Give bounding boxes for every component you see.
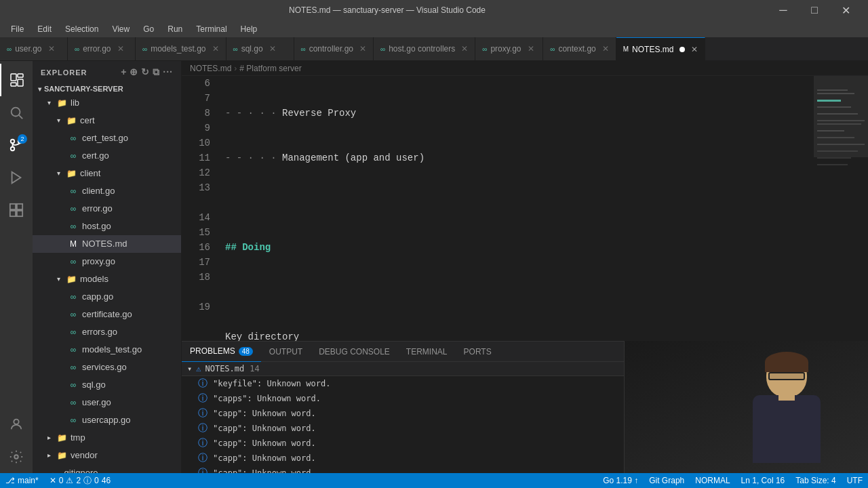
tab-error-go[interactable]: ∞ error.go ✕ (68, 37, 136, 60)
sidebar-item-tmp[interactable]: ▸ 📁 tmp (33, 429, 181, 447)
go-file-icon: ∞ (550, 45, 555, 53)
tab-close-icon[interactable]: ✕ (602, 44, 609, 54)
tab-close-icon[interactable]: ✕ (528, 44, 534, 54)
minimize-button[interactable]: ─ (768, 0, 799, 20)
code-content[interactable]: - - · · · Reverse Proxy - - · · · Manage… (217, 76, 814, 341)
search-icon[interactable] (0, 96, 33, 129)
svg-point-6 (11, 140, 15, 144)
more-actions-icon[interactable]: ··· (163, 66, 173, 78)
close-button[interactable]: ✕ (830, 0, 861, 20)
sidebar-item-gitignore[interactable]: · .gitignore (33, 464, 181, 473)
menu-view[interactable]: View (106, 23, 135, 35)
sidebar-root-label: SANCTUARY-SERVER (44, 85, 123, 93)
tab-controller-go[interactable]: ∞ controller.go ✕ (294, 37, 374, 60)
sidebar-item-certificate-go[interactable]: ∞ certificate.go (33, 306, 181, 323)
sidebar-item-cert-test-go[interactable]: ∞ cert_test.go (33, 129, 181, 147)
sidebar-item-sql-go[interactable]: ∞ sql.go (33, 376, 181, 394)
sidebar-item-services-go[interactable]: ∞ services.go (33, 359, 181, 376)
status-branch[interactable]: ⎇ main* (0, 473, 44, 488)
new-file-icon[interactable]: + (121, 66, 127, 78)
menu-selection[interactable]: Selection (60, 23, 104, 35)
sidebar-item-capp-go[interactable]: ∞ capp.go (33, 288, 181, 306)
tab-close-icon[interactable]: ✕ (359, 44, 366, 54)
refresh-icon[interactable]: ↻ (141, 66, 150, 78)
run-debug-icon[interactable] (0, 161, 33, 194)
status-tab-size[interactable]: Tab Size: 4 (790, 473, 841, 488)
tab-close-icon[interactable]: ✕ (117, 44, 124, 54)
menu-help[interactable]: Help (235, 23, 263, 35)
accounts-icon[interactable] (0, 408, 33, 441)
tab-user-go[interactable]: ∞ user.go ✕ (0, 37, 68, 60)
sidebar-item-proxy-go[interactable]: ∞ proxy.go (33, 253, 181, 270)
collapse-icon[interactable]: ⧉ (153, 66, 160, 78)
menu-file[interactable]: File (5, 23, 29, 35)
tab-size-label: Tab Size: 4 (795, 476, 835, 485)
problems-file-count: 14 (250, 364, 259, 373)
sidebar-item-lib[interactable]: ▾ 📁 lib (33, 94, 181, 112)
svg-rect-12 (10, 211, 16, 216)
arrow-down-icon: ▾ (38, 85, 41, 93)
sidebar-item-models-test-go[interactable]: ∞ models_test.go (33, 341, 181, 359)
sidebar-root-section[interactable]: ▾ SANCTUARY-SERVER (33, 83, 181, 94)
md-file-icon: M (68, 237, 79, 251)
modified-indicator (679, 47, 685, 52)
sidebar-item-usercapp-go[interactable]: ∞ usercapp.go (33, 411, 181, 429)
tab-problems[interactable]: PROBLEMS 48 (182, 342, 261, 362)
svg-rect-1 (18, 74, 23, 77)
webcam-overlay (624, 341, 868, 473)
extensions-icon[interactable] (0, 194, 33, 226)
menu-run[interactable]: Run (162, 23, 188, 35)
sidebar-item-client-go[interactable]: ∞ client.go (33, 182, 181, 200)
code-editor[interactable]: 6 7 8 9 10 11 12 13 14 15 16 17 18 19 (182, 76, 868, 341)
sidebar-item-cert-go[interactable]: ∞ cert.go (33, 147, 181, 165)
sidebar-item-errors-go[interactable]: ∞ errors.go (33, 323, 181, 341)
status-encoding[interactable]: UTF (842, 473, 868, 488)
sidebar-item-models[interactable]: ▾ 📁 models (33, 270, 181, 288)
settings-icon[interactable] (0, 441, 33, 473)
go-file-icon: ∞ (482, 45, 487, 53)
status-go-version[interactable]: Go 1.19 ↑ (597, 473, 644, 488)
tab-notes-md[interactable]: M NOTES.md ✕ (616, 37, 706, 60)
tab-sql-go[interactable]: ∞ sql.go ✕ (226, 37, 294, 60)
status-normal-mode[interactable]: NORMAL (690, 473, 735, 488)
tab-proxy-go[interactable]: ∞ proxy.go ✕ (475, 37, 543, 60)
go-file-icon: ∞ (68, 201, 79, 216)
maximize-button[interactable]: □ (799, 0, 830, 20)
sidebar-item-notes-md-client[interactable]: M NOTES.md (33, 235, 181, 253)
source-control-icon[interactable]: 2 (0, 129, 33, 161)
go-file-icon: ∞ (142, 45, 147, 53)
sidebar-item-user-go[interactable]: ∞ user.go (33, 394, 181, 411)
sidebar-item-error-go[interactable]: ∞ error.go (33, 200, 181, 218)
sidebar-content: ▾ SANCTUARY-SERVER ▾ 📁 lib ▾ 📁 cert ∞ ce… (33, 83, 181, 473)
sidebar-item-vendor[interactable]: ▸ 📁 vendor (33, 447, 181, 464)
menu-bar: File Edit Selection View Go Run Terminal… (0, 20, 868, 37)
status-git-graph[interactable]: Git Graph (644, 473, 690, 488)
status-errors[interactable]: ✕ 0 ⚠ 2 ⓘ 0 46 (44, 473, 116, 488)
menu-go[interactable]: Go (138, 23, 159, 35)
go-file-icon: ∞ (68, 395, 79, 410)
sidebar-item-cert[interactable]: ▾ 📁 cert (33, 112, 181, 129)
tab-ports[interactable]: PORTS (456, 342, 500, 362)
tab-models-test-go[interactable]: ∞ models_test.go ✕ (136, 37, 226, 60)
sidebar-item-host-go[interactable]: ∞ host.go (33, 218, 181, 235)
tab-output[interactable]: OUTPUT (261, 342, 311, 362)
tab-close-icon[interactable]: ✕ (691, 45, 698, 54)
tab-host-go[interactable]: ∞ host.go controllers ✕ (374, 37, 475, 60)
go-file-icon: ∞ (68, 325, 79, 340)
tab-context-go[interactable]: ∞ context.go ✕ (543, 37, 616, 60)
explorer-icon[interactable] (0, 64, 33, 96)
menu-terminal[interactable]: Terminal (191, 23, 232, 35)
menu-edit[interactable]: Edit (32, 23, 57, 35)
tab-close-icon[interactable]: ✕ (48, 44, 55, 54)
new-folder-icon[interactable]: ⊕ (130, 66, 138, 78)
tab-debug-console[interactable]: DEBUG CONSOLE (311, 342, 398, 362)
tab-close-icon[interactable]: ✕ (461, 44, 468, 54)
tab-close-icon[interactable]: ✕ (269, 44, 276, 54)
go-file-icon: ∞ (7, 45, 12, 53)
status-position[interactable]: Ln 1, Col 16 (736, 473, 791, 488)
tab-close-icon[interactable]: ✕ (212, 44, 219, 54)
tab-terminal[interactable]: TERMINAL (398, 342, 456, 362)
vim-mode-label: NORMAL (695, 476, 730, 485)
sidebar-item-client[interactable]: ▾ 📁 client (33, 165, 181, 182)
status-bar: ⎇ main* ✕ 0 ⚠ 2 ⓘ 0 46 Go 1.19 ↑ Git Gra… (0, 473, 868, 488)
